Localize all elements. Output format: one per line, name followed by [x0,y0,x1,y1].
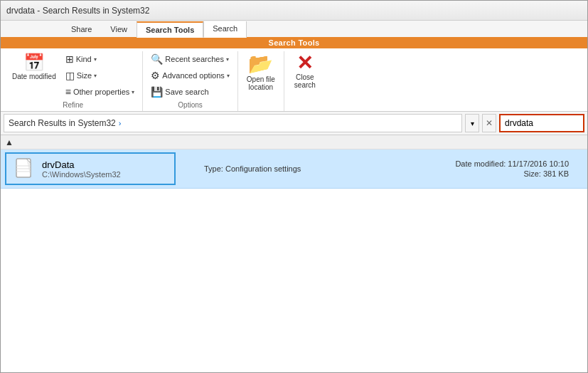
close-search-label: Close search [294,73,316,89]
file-date-modified: Date modified: 11/17/2016 10:10 [455,159,569,168]
empty-area [1,189,587,372]
other-props-label: Other properties [73,88,129,96]
kind-label: Kind [76,55,92,63]
refine-group-label: Refine [8,100,138,111]
ribbon-group-options: 🔍 Recent searches ▾ ⚙ Advanced options ▾… [143,51,237,111]
advanced-options-arrow: ▾ [227,73,230,79]
breadcrumb-arrow: › [119,119,122,127]
tab-search[interactable]: Search [203,21,247,38]
options-group-label: Options [147,100,232,111]
save-search-button[interactable]: 💾 Save search [147,84,232,100]
collapse-button[interactable]: ▲ [5,137,14,147]
ribbon-tabs: Share View Search Tools Search [1,21,587,37]
ribbon-section-label: Search Tools [1,37,587,48]
refine-group-content: 📅 Date modified ⊞ Kind ▾ ◫ Size [8,51,138,100]
options-small-buttons: 🔍 Recent searches ▾ ⚙ Advanced options ▾… [147,51,232,100]
save-search-icon: 💾 [151,86,163,98]
address-dropdown-button[interactable]: ▾ [465,114,479,132]
search-input[interactable] [499,114,584,132]
open-file-group-label [242,100,279,111]
file-path: C:\Windows\System32 [42,170,121,179]
file-meta-group: Date modified: 11/17/2016 10:10 Size: 38… [455,159,569,178]
tab-share[interactable]: Share [62,21,101,38]
breadcrumb-path[interactable]: Search Results in System32 › [4,114,462,132]
size-label: Size [77,71,92,80]
date-modified-label: Date modified [12,73,56,80]
open-file-location-button[interactable]: 📂 Open file location [242,51,279,94]
other-properties-button[interactable]: ≡ Other properties ▾ [62,84,139,100]
list-header: ▲ [1,135,587,149]
date-modified-button[interactable]: 📅 Date modified [8,51,60,83]
recent-searches-button[interactable]: 🔍 Recent searches ▾ [147,51,232,67]
recent-searches-label: Recent searches [165,55,224,63]
close-search-group-content: ✕ Close search [289,51,321,100]
tab-view[interactable]: View [101,21,137,38]
ribbon-group-close-search: ✕ Close search [284,51,326,111]
title-bar: drvdata - Search Results in System32 [1,1,587,21]
address-clear-button[interactable]: ✕ [482,114,496,132]
ribbon: Search Tools 📅 Date modified ⊞ Kind [1,37,587,112]
ribbon-content: 📅 Date modified ⊞ Kind ▾ ◫ Size [1,48,587,111]
size-icon: ◫ [65,70,75,81]
advanced-options-label: Advanced options [162,71,224,80]
file-size: Size: 381 KB [523,169,569,178]
close-search-button[interactable]: ✕ Close search [289,51,321,91]
open-folder-icon: 📂 [248,54,273,74]
advanced-options-button[interactable]: ⚙ Advanced options ▾ [147,68,232,83]
open-file-group-content: 📂 Open file location [242,51,279,100]
tab-search-tools[interactable]: Search Tools [137,21,203,38]
advanced-options-icon: ⚙ [151,70,160,81]
recent-searches-arrow: ▾ [226,56,229,63]
file-list-area: ▲ drvData C:\Windows\Syste [1,135,587,372]
file-info: drvData C:\Windows\System32 [42,159,121,179]
file-icon [14,157,36,180]
other-props-icon: ≡ [65,86,71,98]
other-props-dropdown-arrow: ▾ [132,89,134,95]
size-dropdown-arrow: ▾ [94,73,97,79]
file-item-left: drvData C:\Windows\System32 [5,152,176,185]
open-file-label: Open file location [247,75,275,91]
kind-icon: ⊞ [65,53,74,65]
title-text: drvdata - Search Results in System32 [6,6,149,16]
save-search-label: Save search [165,88,208,96]
file-icon-svg [14,157,36,180]
size-button[interactable]: ◫ Size ▾ [62,68,139,83]
close-search-group-label [289,100,321,111]
breadcrumb-text: Search Results in System32 [9,118,116,128]
calendar-icon: 📅 [23,54,45,71]
ribbon-group-refine: 📅 Date modified ⊞ Kind ▾ ◫ Size [4,51,143,111]
file-details-right: Type: Configuration settings Date modifi… [176,159,583,178]
address-bar: Search Results in System32 › ▾ ✕ [1,112,587,135]
close-x-icon: ✕ [296,53,313,73]
kind-dropdown-arrow: ▾ [94,56,97,63]
refine-small-buttons: ⊞ Kind ▾ ◫ Size ▾ ≡ Other properties [62,51,139,100]
main-window: drvdata - Search Results in System32 Sha… [0,0,588,373]
recent-searches-icon: 🔍 [151,53,163,65]
options-group-content: 🔍 Recent searches ▾ ⚙ Advanced options ▾… [147,51,232,100]
ribbon-group-open-file: 📂 Open file location [238,51,284,111]
file-row[interactable]: drvData C:\Windows\System32 Type: Config… [1,149,587,189]
kind-button[interactable]: ⊞ Kind ▾ [62,51,139,67]
file-type-label: Type: Configuration settings [204,164,301,173]
file-name: drvData [42,159,121,170]
